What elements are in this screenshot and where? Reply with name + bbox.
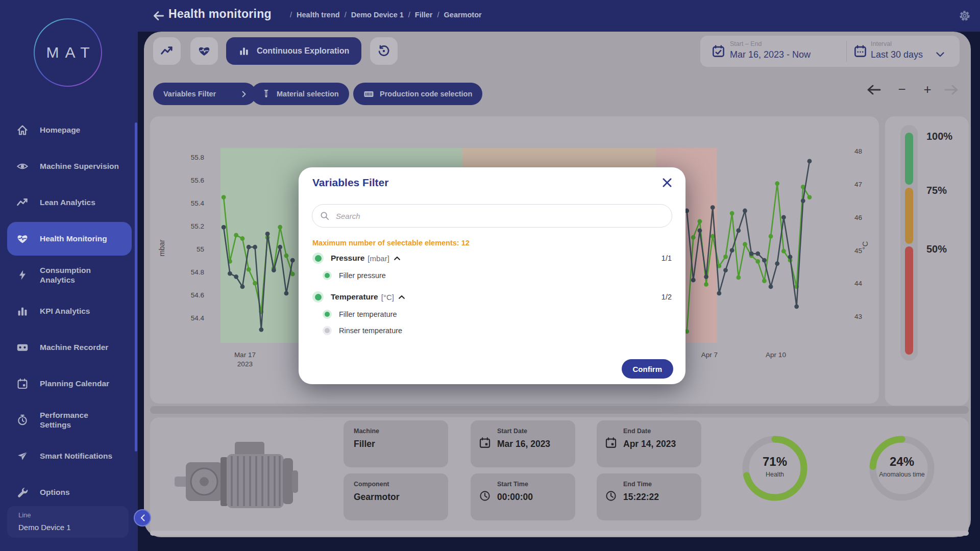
data-point-filler-temperature[interactable] — [723, 268, 728, 272]
sidebar-item-health-monitoring[interactable]: Health Monitoring — [7, 222, 132, 256]
sidebar-item-consumption-analytics[interactable]: Consumption Analytics — [7, 258, 132, 292]
variable-item-filler-temperature[interactable]: Filler temperature — [323, 308, 397, 321]
variable-item-rinser-temperature[interactable]: Rinser temperature — [323, 324, 402, 337]
data-point-filler-temperature[interactable] — [749, 252, 754, 256]
data-point-filler-pressure[interactable] — [240, 236, 245, 241]
interval-select[interactable]: Interval Last 30 days — [846, 36, 960, 67]
material-selection-button[interactable]: Material selection — [251, 83, 349, 105]
group-selected-dot[interactable] — [312, 253, 324, 264]
pan-right-arrow-disabled[interactable] — [944, 84, 959, 96]
data-point-filler-temperature[interactable] — [278, 245, 282, 249]
confirm-button[interactable]: Confirm — [622, 359, 674, 379]
sidebar-item-performance-settings[interactable]: Performance Settings — [7, 403, 132, 437]
breadcrumb-gearmotor[interactable]: Gearmotor — [444, 11, 482, 19]
sidebar-item-homepage[interactable]: Homepage — [7, 113, 132, 147]
data-point-filler-pressure[interactable] — [691, 235, 696, 240]
data-point-filler-pressure[interactable] — [253, 281, 257, 286]
data-point-filler-temperature[interactable] — [736, 228, 741, 233]
data-point-filler-temperature[interactable] — [704, 274, 708, 279]
sidebar-item-options[interactable]: Options — [7, 475, 132, 509]
data-point-filler-pressure[interactable] — [284, 254, 289, 258]
breadcrumb-health-trend[interactable]: Health trend — [297, 11, 340, 19]
data-point-filler-temperature[interactable] — [788, 255, 793, 259]
sidebar-item-lean-analytics[interactable]: Lean Analytics — [7, 186, 132, 219]
sidebar-scrollbar[interactable] — [135, 122, 137, 452]
data-point-filler-pressure[interactable] — [775, 181, 779, 186]
data-point-filler-temperature[interactable] — [762, 258, 767, 263]
data-point-filler-temperature[interactable] — [272, 268, 276, 272]
data-point-filler-pressure[interactable] — [704, 282, 708, 287]
sidebar-item-smart-notifications[interactable]: Smart Notifications — [7, 439, 132, 473]
sidebar-item-machine-supervision[interactable]: Machine Supervision — [7, 149, 132, 183]
data-point-filler-temperature[interactable] — [781, 215, 786, 220]
data-point-filler-pressure[interactable] — [781, 249, 786, 254]
data-point-filler-temperature[interactable] — [234, 274, 238, 279]
data-point-filler-pressure[interactable] — [290, 272, 295, 277]
data-point-filler-temperature[interactable] — [730, 248, 734, 253]
chevron-up-icon[interactable] — [394, 256, 400, 260]
data-point-filler-temperature[interactable] — [247, 245, 251, 249]
start-end-picker[interactable]: Start – End Mar 16, 2023 - Now — [700, 36, 846, 67]
data-point-filler-pressure[interactable] — [278, 225, 282, 230]
data-point-filler-temperature[interactable] — [755, 252, 760, 256]
data-point-filler-temperature[interactable] — [801, 198, 805, 203]
sidebar-collapse-button[interactable] — [134, 509, 151, 527]
history-button[interactable] — [370, 37, 398, 65]
sidebar-item-planning-calendar[interactable]: Planning Calendar — [7, 367, 132, 400]
group-selected-dot[interactable] — [312, 291, 324, 303]
data-point-filler-pressure[interactable] — [755, 259, 760, 264]
data-point-filler-pressure[interactable] — [730, 211, 734, 216]
data-point-filler-pressure[interactable] — [807, 195, 812, 199]
sidebar-item-machine-recorder[interactable]: Machine Recorder — [7, 331, 132, 364]
zoom-out-button[interactable]: − — [894, 82, 910, 97]
item-selected-dot[interactable] — [323, 326, 332, 335]
data-point-filler-temperature[interactable] — [259, 328, 263, 332]
data-point-filler-temperature[interactable] — [769, 285, 773, 289]
data-point-filler-pressure[interactable] — [736, 276, 741, 280]
data-point-filler-pressure[interactable] — [769, 234, 773, 239]
item-selected-dot[interactable] — [323, 310, 332, 319]
zoom-in-button[interactable]: + — [920, 82, 935, 97]
back-arrow-icon[interactable] — [152, 9, 165, 22]
horizontal-scrollbar[interactable] — [150, 531, 969, 536]
chevron-up-icon[interactable] — [399, 295, 405, 299]
data-point-filler-temperature[interactable] — [698, 228, 702, 233]
continuous-exploration-tab[interactable]: Continuous Exploration — [226, 37, 361, 65]
data-point-filler-temperature[interactable] — [290, 258, 295, 263]
data-point-filler-pressure[interactable] — [743, 242, 747, 246]
breadcrumb-demo-device[interactable]: Demo Device 1 — [351, 11, 404, 19]
pan-left-arrow[interactable] — [867, 84, 881, 96]
health-view-button[interactable] — [190, 37, 218, 65]
variable-group-temperature[interactable]: Temperature [°C] 1/2 — [312, 289, 672, 305]
data-point-filler-temperature[interactable] — [265, 232, 270, 236]
data-point-filler-temperature[interactable] — [807, 159, 812, 163]
data-point-filler-temperature[interactable] — [228, 271, 232, 276]
variables-filter-button[interactable]: Variables Filter — [153, 83, 256, 105]
close-icon[interactable] — [661, 177, 673, 189]
production-code-selection-button[interactable]: Production code selection — [353, 83, 482, 105]
gear-icon[interactable] — [958, 9, 972, 23]
data-point-filler-pressure[interactable] — [723, 255, 728, 259]
data-point-filler-temperature[interactable] — [240, 285, 245, 289]
data-point-filler-pressure[interactable] — [234, 233, 238, 237]
variable-item-filler-pressure[interactable]: Filler pressure — [323, 269, 386, 282]
data-point-filler-temperature[interactable] — [794, 304, 799, 309]
data-point-filler-temperature[interactable] — [222, 225, 226, 230]
data-point-filler-temperature[interactable] — [775, 261, 779, 266]
search-input[interactable] — [312, 204, 672, 228]
data-point-filler-pressure[interactable] — [222, 195, 226, 199]
data-point-filler-temperature[interactable] — [253, 245, 257, 249]
variable-group-pressure[interactable]: Pressure [mbar] 1/1 — [312, 251, 672, 266]
data-point-filler-pressure[interactable] — [698, 219, 702, 223]
item-selected-dot[interactable] — [323, 271, 332, 280]
trend-view-button[interactable] — [153, 37, 181, 65]
data-point-filler-temperature[interactable] — [691, 278, 696, 283]
data-point-filler-temperature[interactable] — [717, 291, 721, 295]
breadcrumb-filler[interactable]: Filler — [415, 11, 433, 19]
data-point-filler-pressure[interactable] — [247, 267, 251, 272]
data-point-filler-pressure[interactable] — [762, 279, 767, 283]
sidebar-item-kpi-analytics[interactable]: KPI Analytics — [7, 294, 132, 328]
line-selector[interactable]: Line Demo Device 1 — [7, 506, 129, 538]
data-point-filler-temperature[interactable] — [284, 291, 289, 295]
data-point-filler-temperature[interactable] — [710, 205, 715, 210]
